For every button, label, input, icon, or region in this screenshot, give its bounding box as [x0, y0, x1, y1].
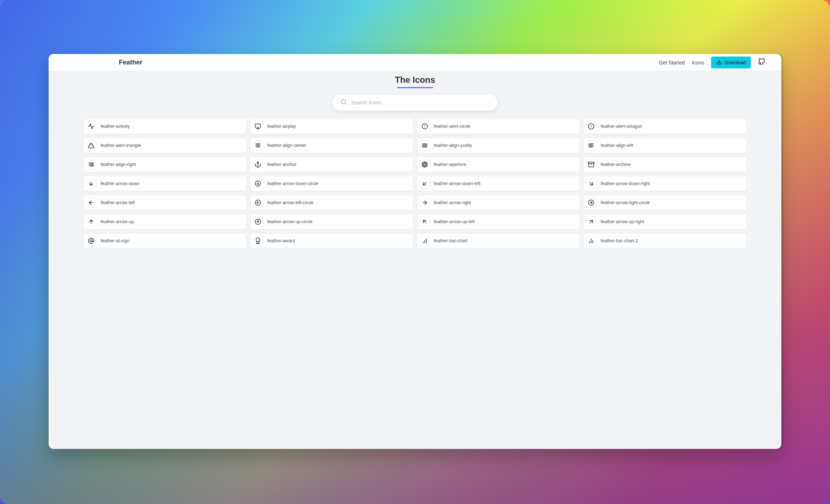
feather-activity-icon	[86, 121, 96, 131]
feather-align-right-icon	[86, 159, 96, 170]
icon-label: feather-bar-chart-2	[601, 238, 638, 243]
feather-arrow-left-circle-icon	[253, 198, 263, 208]
feather-arrow-up-icon	[86, 217, 96, 227]
icon-card[interactable]: feather-at-sign	[84, 234, 246, 248]
icon-label: feather-arrow-up	[101, 219, 134, 224]
icon-card[interactable]: feather-archive	[584, 157, 746, 172]
icon-card[interactable]: feather-bar-chart-2	[584, 234, 746, 248]
nav: Get Started Icons Download	[659, 57, 765, 68]
icon-card[interactable]: feather-arrow-right	[418, 195, 580, 210]
svg-line-2	[345, 103, 346, 104]
icon-card[interactable]: feather-arrow-up	[84, 215, 246, 229]
icon-label: feather-arrow-down	[101, 181, 139, 186]
icon-card[interactable]: feather-alert-octagon	[584, 119, 746, 134]
content: The Icons feather-activityfeather-airpla…	[49, 71, 781, 449]
icon-label: feather-award	[267, 238, 295, 243]
search-input[interactable]	[351, 100, 490, 105]
icon-card[interactable]: feather-arrow-down	[84, 176, 246, 191]
icon-label: feather-alert-circle	[434, 124, 470, 129]
icon-card[interactable]: feather-align-justify	[418, 138, 580, 153]
icon-label: feather-align-right	[101, 162, 136, 167]
feather-arrow-up-left-icon	[420, 217, 430, 227]
icon-grid: feather-activityfeather-airplayfeather-a…	[49, 119, 781, 248]
icon-label: feather-airplay	[267, 124, 296, 129]
title-underline	[397, 87, 433, 88]
icon-card[interactable]: feather-activity	[84, 119, 246, 134]
icon-card[interactable]: feather-alert-triangle	[84, 138, 246, 153]
icon-card[interactable]: feather-bar-chart	[418, 234, 580, 248]
icon-label: feather-at-sign	[101, 238, 130, 243]
icon-label: feather-arrow-right-circle	[601, 200, 650, 205]
icon-card[interactable]: feather-arrow-left	[84, 195, 246, 210]
icon-label: feather-alert-triangle	[101, 143, 141, 148]
feather-arrow-up-right-icon	[586, 217, 596, 227]
feather-arrow-right-circle-icon	[586, 198, 596, 208]
feather-alert-triangle-icon	[86, 140, 96, 150]
icon-card[interactable]: feather-arrow-down-circle	[251, 176, 413, 191]
icon-label: feather-arrow-right	[434, 200, 471, 205]
feather-anchor-icon	[253, 159, 263, 170]
icon-card[interactable]: feather-align-right	[84, 157, 246, 172]
icon-label: feather-arrow-up-left	[434, 219, 475, 224]
icon-label: feather-align-justify	[434, 143, 472, 148]
icon-label: feather-anchor	[267, 162, 296, 167]
icon-label: feather-arrow-up-circle	[267, 219, 313, 224]
feather-align-justify-icon	[420, 140, 430, 150]
feather-arrow-left-icon	[86, 198, 96, 208]
feather-arrow-up-circle-icon	[253, 217, 263, 227]
icon-label: feather-arrow-up-right	[601, 219, 644, 224]
icon-card[interactable]: feather-align-left	[584, 138, 746, 153]
brand-title: Feather	[119, 59, 142, 66]
download-button[interactable]: Download	[711, 57, 751, 68]
feather-archive-icon	[586, 159, 596, 170]
feather-alert-octagon-icon	[586, 121, 596, 131]
icon-label: feather-align-left	[601, 143, 633, 148]
feather-bar-chart-2-icon	[586, 236, 596, 246]
nav-get-started[interactable]: Get Started	[659, 60, 685, 66]
icon-label: feather-arrow-down-left	[434, 181, 481, 186]
feather-alert-circle-icon	[420, 121, 430, 131]
icon-card[interactable]: feather-aperture	[418, 157, 580, 172]
feather-arrow-down-circle-icon	[253, 179, 263, 189]
nav-icons[interactable]: Icons	[692, 60, 704, 66]
feather-align-center-icon	[253, 140, 263, 150]
feather-aperture-icon	[420, 159, 430, 170]
feather-arrow-down-right-icon	[586, 179, 596, 189]
app-window: Feather Get Started Icons Download The I…	[49, 54, 781, 449]
search-icon	[340, 99, 347, 107]
icon-card[interactable]: feather-arrow-down-right	[584, 176, 746, 191]
icon-card[interactable]: feather-alert-circle	[418, 119, 580, 134]
icon-card[interactable]: feather-arrow-up-right	[584, 215, 746, 229]
icon-label: feather-align-center	[267, 143, 306, 148]
icon-label: feather-bar-chart	[434, 238, 468, 243]
icon-label: feather-arrow-down-circle	[267, 181, 318, 186]
icon-label: feather-alert-octagon	[601, 124, 642, 129]
page-title: The Icons	[49, 75, 781, 87]
feather-award-icon	[253, 236, 263, 246]
feather-arrow-down-icon	[86, 179, 96, 189]
feather-bar-chart-icon	[420, 236, 430, 246]
icon-card[interactable]: feather-align-center	[251, 138, 413, 153]
download-icon	[716, 59, 722, 66]
feather-align-left-icon	[586, 140, 596, 150]
icon-card[interactable]: feather-arrow-up-left	[418, 215, 580, 229]
search-box[interactable]	[333, 95, 497, 111]
icon-card[interactable]: feather-award	[251, 234, 413, 248]
icon-label: feather-aperture	[434, 162, 467, 167]
icon-label: feather-activity	[101, 124, 130, 129]
icon-label: feather-archive	[601, 162, 630, 167]
icon-card[interactable]: feather-anchor	[251, 157, 413, 172]
icon-card[interactable]: feather-arrow-down-left	[418, 176, 580, 191]
download-label: Download	[725, 60, 746, 65]
feather-at-sign-icon	[86, 236, 96, 246]
icon-label: feather-arrow-left	[101, 200, 135, 205]
icon-card[interactable]: feather-arrow-right-circle	[584, 195, 746, 210]
icon-card[interactable]: feather-airplay	[251, 119, 413, 134]
github-icon[interactable]	[758, 58, 765, 67]
icon-card[interactable]: feather-arrow-up-circle	[251, 215, 413, 229]
feather-arrow-down-left-icon	[420, 179, 430, 189]
icon-label: feather-arrow-down-right	[601, 181, 650, 186]
feather-arrow-right-icon	[420, 198, 430, 208]
icon-label: feather-arrow-left-circle	[267, 200, 314, 205]
icon-card[interactable]: feather-arrow-left-circle	[251, 195, 413, 210]
